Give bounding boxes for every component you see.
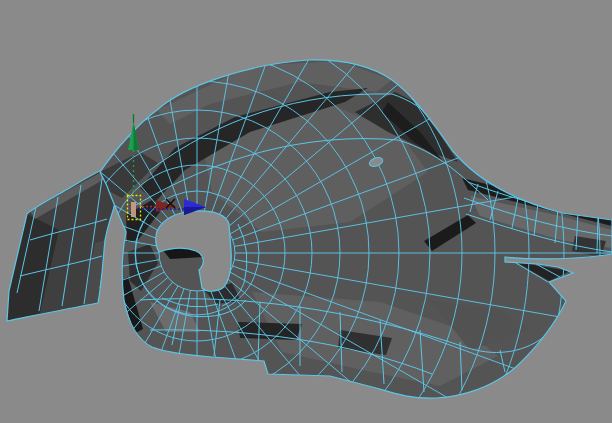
viewport-3d[interactable] xyxy=(0,0,612,423)
viewport-canvas[interactable] xyxy=(0,0,612,423)
selected-vertex-handle[interactable] xyxy=(131,202,136,217)
